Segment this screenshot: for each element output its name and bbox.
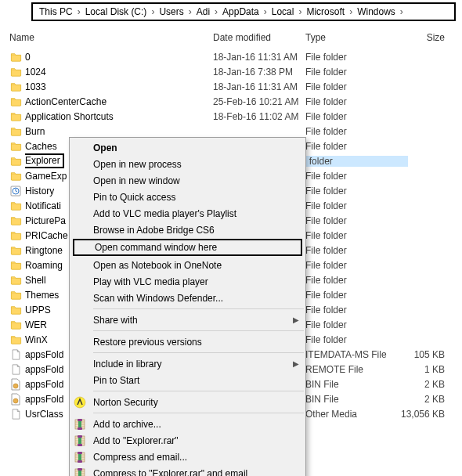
- file-date: 25-Feb-16 10:21 AM: [213, 96, 305, 107]
- menu-item-label: Include in library: [93, 359, 161, 370]
- menu-item[interactable]: Open as Notebook in OneNote: [70, 257, 305, 273]
- file-size: 1 KB: [398, 364, 445, 375]
- file-date: 18-Jan-16 11:31 AM: [213, 52, 305, 63]
- file-type: File folder: [305, 230, 398, 241]
- file-type: File folder: [305, 245, 398, 256]
- menu-item[interactable]: Compress to "Explorer.rar" and email: [70, 465, 305, 476]
- menu-item-label: Compress to "Explorer.rar" and email: [93, 468, 247, 477]
- file-type: File folder: [305, 52, 398, 63]
- menu-item[interactable]: Open command window here: [73, 239, 302, 256]
- menu-item[interactable]: Add to archive...: [70, 416, 305, 432]
- menu-item[interactable]: Include in library▶: [70, 355, 305, 372]
- file-type: File folder: [305, 67, 398, 78]
- breadcrumb-item[interactable]: Local: [269, 6, 298, 17]
- folder-icon: [9, 110, 22, 123]
- menu-item-label: Add to archive...: [93, 419, 161, 430]
- menu-separator: [93, 330, 304, 331]
- menu-separator: [93, 391, 304, 391]
- menu-item-label: Add to "Explorer.rar": [93, 435, 179, 446]
- history-icon: [9, 185, 22, 197]
- menu-item[interactable]: Scan with Windows Defender...: [70, 290, 305, 306]
- file-type: File folder: [305, 96, 398, 107]
- breadcrumb-item[interactable]: Users: [156, 6, 186, 17]
- folder-icon: [9, 66, 22, 78]
- folder-icon: [9, 96, 22, 108]
- submenu-arrow-icon: ▶: [293, 359, 299, 368]
- file-type: File folder: [305, 111, 398, 122]
- column-name[interactable]: Name: [9, 32, 213, 43]
- menu-item[interactable]: Open in new process: [70, 156, 305, 172]
- breadcrumb-item[interactable]: Windows: [354, 6, 399, 17]
- table-row[interactable]: 102418-Jan-16 7:38 PMFile folder: [0, 64, 462, 79]
- menu-item[interactable]: Add to "Explorer.rar": [70, 432, 305, 449]
- table-row[interactable]: 018-Jan-16 11:31 AMFile folder: [0, 49, 462, 64]
- file-date: 18-Feb-16 11:02 AM: [213, 111, 305, 122]
- column-type[interactable]: Type: [305, 32, 398, 43]
- menu-item[interactable]: Add to VLC media player's Playlist: [70, 205, 305, 222]
- folder-icon: [9, 51, 22, 63]
- menu-item[interactable]: Pin to Quick access: [70, 189, 305, 205]
- menu-item[interactable]: Pin to Start: [70, 372, 305, 388]
- menu-separator: [93, 308, 304, 309]
- breadcrumb-item[interactable]: Adi: [193, 6, 213, 17]
- table-row[interactable]: Application Shortcuts18-Feb-16 11:02 AMF…: [0, 109, 462, 124]
- breadcrumb-item[interactable]: This PC: [36, 6, 76, 17]
- file-date: 18-Jan-16 7:38 PM: [213, 67, 305, 78]
- menu-item-label: Open as Notebook in OneNote: [93, 260, 222, 271]
- chevron-right-icon: ›: [151, 6, 154, 17]
- table-row[interactable]: ActionCenterCache25-Feb-16 10:21 AMFile …: [0, 94, 462, 109]
- folder-icon: [9, 215, 22, 227]
- file-size: 105 KB: [398, 349, 445, 360]
- folder-icon: [9, 200, 22, 212]
- breadcrumb-item[interactable]: AppData: [219, 6, 262, 17]
- menu-item[interactable]: Open: [70, 139, 305, 156]
- file-type: File folder: [305, 126, 398, 137]
- menu-item-label: Share with: [93, 315, 138, 326]
- menu-item[interactable]: Compress and email...: [70, 449, 305, 465]
- file-type: File folder: [305, 290, 398, 301]
- column-size[interactable]: Size: [398, 32, 445, 43]
- chevron-right-icon: ›: [78, 6, 81, 17]
- file-type: File folder: [305, 171, 398, 182]
- chevron-right-icon: ›: [264, 6, 267, 17]
- menu-item-label: Compress and email...: [93, 452, 187, 463]
- file-date: 18-Jan-16 11:31 AM: [213, 81, 305, 92]
- folder-icon: [9, 229, 22, 242]
- folder-icon: [9, 274, 22, 287]
- file-name: 0: [25, 52, 213, 63]
- menu-item[interactable]: Restore previous versions: [70, 334, 305, 350]
- table-row[interactable]: 103318-Jan-16 11:31 AMFile folder: [0, 79, 462, 94]
- file-type: File folder: [305, 260, 398, 271]
- menu-item-label: Pin to Start: [93, 375, 139, 386]
- file-size: 2 KB: [398, 394, 445, 405]
- context-menu: OpenOpen in new processOpen in new windo…: [69, 137, 306, 476]
- column-date[interactable]: Date modified: [213, 32, 305, 43]
- menu-item-label: Open command window here: [95, 242, 217, 253]
- file-type: BIN File: [305, 379, 398, 390]
- file-type: ITEMDATA-MS File: [305, 349, 398, 360]
- menu-item-label: Play with VLC media player: [93, 276, 208, 287]
- file-size: 13,056 KB: [398, 409, 445, 420]
- breadcrumb[interactable]: This PC›Local Disk (C:)›Users›Adi›AppDat…: [31, 2, 456, 21]
- file-type: File folder: [305, 319, 398, 330]
- file-type: File folder: [305, 141, 398, 152]
- breadcrumb-item[interactable]: Microsoft: [303, 6, 348, 17]
- menu-item-label: Add to VLC media player's Playlist: [93, 208, 236, 219]
- menu-item[interactable]: Share with▶: [70, 312, 305, 328]
- chevron-right-icon: ›: [400, 6, 403, 17]
- chevron-right-icon: ›: [189, 6, 192, 17]
- menu-item[interactable]: Open in new window: [70, 172, 305, 189]
- chevron-right-icon: ›: [215, 6, 218, 17]
- folder-icon: [9, 289, 22, 301]
- chevron-right-icon: ›: [298, 6, 301, 17]
- chevron-right-icon: ›: [349, 6, 352, 17]
- folder-icon: [9, 259, 22, 272]
- menu-item[interactable]: Norton Security: [70, 394, 305, 410]
- file-type: Other Media: [305, 409, 398, 420]
- menu-item-label: Open: [93, 142, 117, 153]
- file-icon: [9, 408, 22, 420]
- breadcrumb-item[interactable]: Local Disk (C:): [82, 6, 150, 17]
- menu-item[interactable]: Browse in Adobe Bridge CS6: [70, 222, 305, 238]
- file-size: 2 KB: [398, 379, 445, 390]
- menu-item[interactable]: Play with VLC media player: [70, 273, 305, 290]
